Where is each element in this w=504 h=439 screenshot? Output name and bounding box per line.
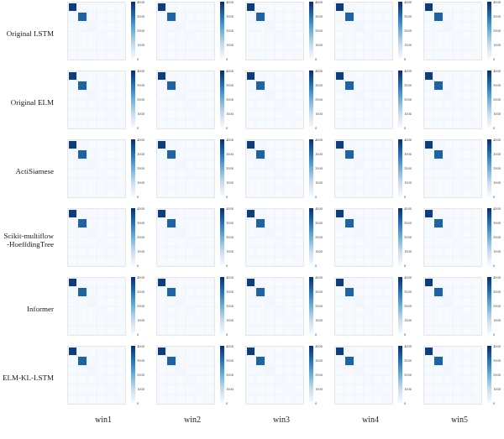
matrix-cell: [335, 375, 344, 384]
matrix-cell: [364, 366, 373, 375]
matrix-cell: [195, 278, 204, 287]
confusion-matrix: [334, 139, 393, 198]
colorbar-tick: 3000: [404, 290, 412, 294]
matrix-cell: [186, 50, 195, 60]
matrix-cell: [335, 81, 344, 90]
confusion-matrix: [67, 277, 126, 336]
matrix-cell: [116, 366, 125, 375]
matrix-cell: [195, 81, 204, 90]
matrix-cell: [265, 287, 275, 296]
matrix-cell: [433, 287, 443, 296]
matrix-cell: [284, 297, 293, 306]
matrix-cell: [424, 119, 433, 128]
matrix-cell: [424, 169, 433, 178]
colorbar-tick: 4000: [493, 69, 501, 73]
matrix-cell: [157, 22, 166, 31]
matrix-cell: [106, 188, 115, 197]
matrix-cell: [116, 384, 125, 394]
matrix-cell: [186, 209, 195, 218]
matrix-cell: [116, 71, 125, 81]
matrix-cell: [335, 71, 344, 81]
colorbar-tick: 1000: [137, 43, 144, 47]
matrix-cell: [453, 169, 462, 178]
matrix-cell: [166, 91, 176, 100]
colorbar-tick: 0: [493, 126, 495, 130]
matrix-cell: [364, 278, 373, 287]
matrix-cell: [157, 287, 166, 296]
matrix-cell: [453, 100, 462, 109]
matrix-cell: [364, 149, 373, 159]
matrix-cell: [166, 218, 176, 227]
matrix-cell: [205, 228, 214, 238]
matrix-cell: [246, 71, 255, 81]
matrix-cell: [205, 159, 214, 169]
matrix-cell: [354, 12, 364, 21]
matrix-cell: [68, 12, 77, 21]
colorbar-tick: 4000: [493, 206, 501, 211]
matrix-cell: [87, 209, 97, 218]
matrix-cell: [116, 287, 125, 296]
matrix-cell: [462, 81, 471, 90]
matrix-cell: [205, 395, 214, 404]
matrix-cell: [68, 356, 77, 365]
matrix-cell: [364, 218, 373, 227]
matrix-cell: [106, 3, 115, 12]
colorbar-tick: 1000: [315, 318, 323, 322]
matrix-cell: [354, 149, 364, 159]
matrix-cell: [294, 188, 303, 197]
matrix-cell: [77, 375, 87, 384]
matrix-cell: [186, 356, 195, 365]
matrix-cell: [246, 149, 255, 159]
colorbar-tick: 4000: [404, 69, 412, 73]
matrix-cell: [383, 71, 392, 81]
matrix-cell: [246, 209, 255, 218]
matrix-cell: [157, 316, 166, 325]
matrix-cell: [68, 247, 77, 256]
matrix-cell: [275, 384, 284, 394]
matrix-cell: [354, 31, 364, 40]
matrix-cell: [294, 22, 303, 31]
matrix-cell: [275, 218, 284, 227]
matrix-cell: [68, 50, 77, 60]
matrix-cell: [354, 209, 364, 218]
matrix-cell: [205, 238, 214, 247]
matrix-cell: [255, 12, 265, 21]
matrix-cell: [255, 22, 265, 31]
matrix-cell: [195, 297, 204, 306]
matrix-cell: [68, 366, 77, 375]
matrix-cell: [444, 366, 453, 375]
matrix-cell: [116, 326, 125, 335]
matrix-cell: [246, 356, 255, 365]
colorbar-tick: 1000: [226, 249, 234, 253]
matrix-cell: [462, 238, 471, 247]
confusion-matrix: [156, 346, 215, 405]
matrix-cell: [195, 169, 204, 178]
matrix-cell: [87, 384, 97, 394]
matrix-cell: [205, 326, 214, 335]
matrix-cell: [364, 159, 373, 169]
matrix-cell: [364, 228, 373, 238]
matrix-cell: [364, 22, 373, 31]
colorbar-tick: 1000: [226, 318, 234, 322]
matrix-cell: [364, 316, 373, 325]
matrix-cell: [354, 238, 364, 247]
matrix-cell: [462, 228, 471, 238]
confusion-matrix: [67, 71, 126, 129]
matrix-cell: [383, 22, 392, 31]
matrix-cell: [106, 306, 115, 316]
matrix-cell: [186, 71, 195, 81]
matrix-cell: [176, 149, 186, 159]
matrix-cell: [255, 40, 265, 50]
matrix-cell: [284, 347, 293, 356]
confusion-matrix: [334, 208, 393, 267]
matrix-cell: [472, 218, 481, 227]
matrix-cell: [284, 40, 293, 50]
colorbar-tick: 4000: [315, 69, 323, 73]
matrix-cell: [246, 188, 255, 197]
matrix-cell: [453, 71, 462, 81]
matrix-cell: [116, 109, 125, 118]
matrix-cell: [294, 247, 303, 256]
matrix-cell: [335, 169, 344, 178]
matrix-cell: [87, 287, 97, 296]
confusion-matrix: [245, 277, 304, 336]
